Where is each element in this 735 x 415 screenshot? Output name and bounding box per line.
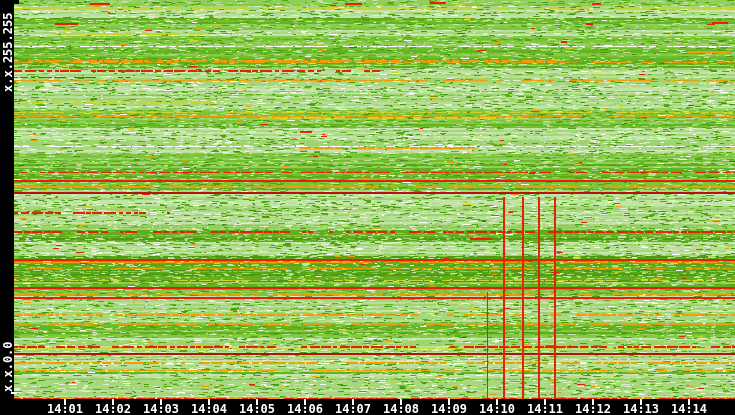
y-axis-label-bottom: x.x.0.0 (1, 341, 15, 392)
ip-time-heatmap-canvas (0, 0, 735, 415)
network-activity-monitor-window: x.x.255.255 x.x.0.0 14:0114:0214:0314:04… (0, 0, 735, 415)
y-axis-label-top: x.x.255.255 (1, 13, 15, 92)
